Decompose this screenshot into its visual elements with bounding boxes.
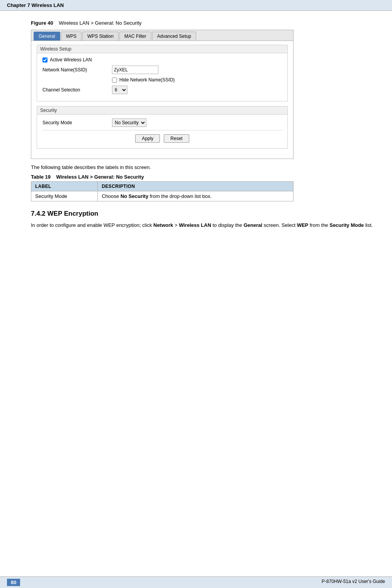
tab-wps[interactable]: WPS	[61, 32, 81, 41]
tab-mac-filter[interactable]: MAC Filter	[119, 32, 151, 41]
guide-title: P-870HW-51a v2 User's Guide	[322, 579, 385, 586]
col-label: LABEL	[31, 182, 98, 191]
table-caption-sep	[52, 174, 55, 180]
page-content: Figure 40 Wireless LAN > General: No Sec…	[0, 11, 392, 245]
security-section: Security Security Mode No Security WEP W…	[37, 106, 288, 149]
figure-title-sep	[54, 20, 57, 26]
apply-button[interactable]: Apply	[135, 134, 160, 143]
tab-general[interactable]: General	[34, 32, 60, 41]
button-row: Apply Reset	[42, 134, 282, 144]
figure-caption: Figure 40 Wireless LAN > General: No Sec…	[31, 20, 377, 26]
wireless-setup-title: Wireless Setup	[37, 45, 287, 53]
wireless-setup-section: Wireless Setup Active Wireless LAN Netwo…	[37, 45, 288, 101]
hide-network-name-label: Hide Network Name(SSID)	[119, 77, 175, 83]
dotted-separator	[42, 130, 282, 130]
hide-network-name-checkbox[interactable]	[112, 78, 117, 83]
network-name-input[interactable]	[112, 66, 158, 74]
channel-selection-select[interactable]: 6 1 2 3 4 5 7 8 9 10 11	[112, 86, 127, 94]
wireless-setup-body: Active Wireless LAN Network Name(SSID) H…	[37, 53, 287, 101]
table-row: Security Mode Choose No Security from th…	[31, 191, 294, 201]
description-text: The following table describes the labels…	[31, 164, 377, 170]
channel-selection-row: Channel Selection 6 1 2 3 4 5 7 8 9 10	[42, 86, 282, 94]
table-caption-title: Wireless LAN > General: No Security	[56, 174, 144, 180]
page-footer: 80 P-870HW-51a v2 User's Guide	[0, 576, 392, 588]
page-header: Chapter 7 Wireless LAN	[0, 0, 392, 11]
data-table: LABEL DESCRIPTION Security Mode Choose N…	[31, 181, 294, 201]
active-wireless-row: Active Wireless LAN	[42, 57, 282, 63]
table-header-row: LABEL DESCRIPTION	[31, 182, 294, 191]
chapter-title: Chapter 7 Wireless LAN	[7, 2, 64, 8]
channel-selection-label: Channel Selection	[42, 87, 112, 93]
col-description: DESCRIPTION	[98, 182, 294, 191]
network-name-row: Network Name(SSID)	[42, 66, 282, 74]
tab-advanced-setup[interactable]: Advanced Setup	[152, 32, 196, 41]
reset-button[interactable]: Reset	[164, 134, 189, 143]
active-wireless-label: Active Wireless LAN	[50, 57, 92, 63]
table-caption-label: Table 19	[31, 174, 51, 180]
row-label: Security Mode	[31, 191, 98, 201]
ui-panel: General WPS WPS Station MAC Filter Advan…	[31, 30, 294, 159]
tab-bar: General WPS WPS Station MAC Filter Advan…	[31, 30, 293, 41]
panel-body: Wireless Setup Active Wireless LAN Netwo…	[31, 41, 293, 159]
security-mode-row: Security Mode No Security WEP WPA-PSK WP…	[42, 118, 282, 127]
figure-title: Wireless LAN > General: No Security	[59, 20, 141, 26]
section-742-para: In order to configure and enable WEP enc…	[31, 221, 377, 230]
tab-wps-station[interactable]: WPS Station	[82, 32, 119, 41]
table-caption: Table 19 Wireless LAN > General: No Secu…	[31, 174, 377, 180]
figure-label: Figure 40	[31, 20, 53, 26]
security-section-body: Security Mode No Security WEP WPA-PSK WP…	[37, 115, 287, 148]
hide-network-name-row: Hide Network Name(SSID)	[42, 77, 282, 83]
network-name-label: Network Name(SSID)	[42, 67, 112, 73]
security-section-title: Security	[37, 106, 287, 115]
row-description: Choose No Security from the drop-down li…	[98, 191, 294, 201]
security-mode-select[interactable]: No Security WEP WPA-PSK WPA2-PSK	[112, 118, 146, 127]
section-742-heading: 7.4.2 WEP Encryption	[31, 210, 377, 218]
active-wireless-checkbox[interactable]	[42, 57, 48, 63]
page-number: 80	[7, 579, 20, 586]
security-mode-label: Security Mode	[42, 120, 112, 125]
